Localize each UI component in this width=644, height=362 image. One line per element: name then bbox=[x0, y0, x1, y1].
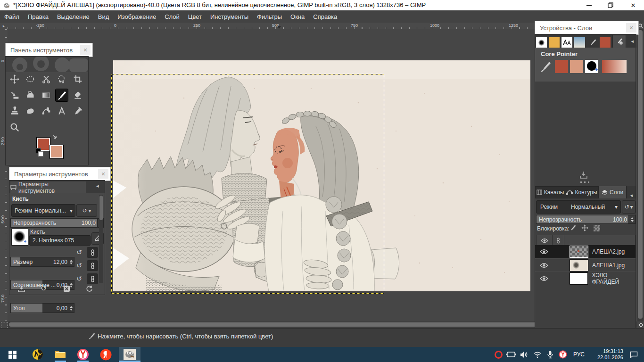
tool-text[interactable] bbox=[56, 105, 68, 117]
tab-tool-preset-icon[interactable] bbox=[587, 37, 598, 48]
layer-opacity-spinner[interactable] bbox=[628, 215, 636, 224]
tool-zoom[interactable] bbox=[8, 121, 21, 133]
ruler-corner-menu-button[interactable]: ▸ bbox=[0, 23, 8, 29]
tab-layers[interactable]: Слои bbox=[599, 186, 627, 198]
dock-splitter-handle[interactable] bbox=[580, 181, 591, 183]
dock-menu-icon[interactable]: ◂ bbox=[630, 192, 633, 198]
menu-image[interactable]: Изображение bbox=[113, 11, 160, 22]
action-center-icon[interactable] bbox=[623, 347, 644, 362]
tray-opera-icon[interactable] bbox=[493, 347, 504, 362]
tool-ellipse-select[interactable] bbox=[24, 73, 36, 85]
default-colors-icon[interactable] bbox=[36, 148, 43, 156]
device-tool-icon[interactable] bbox=[540, 61, 551, 72]
visibility-eye-icon[interactable] bbox=[540, 263, 548, 268]
background-color-swatch[interactable] bbox=[50, 145, 63, 158]
angle-reset-icon[interactable]: ↺ bbox=[76, 275, 82, 282]
restore-button[interactable] bbox=[603, 0, 619, 10]
tool-crop[interactable] bbox=[72, 73, 84, 85]
layer-thumbnail[interactable] bbox=[570, 272, 588, 285]
tab-channels[interactable]: Каналы bbox=[535, 186, 565, 198]
taskbar-m-app-icon[interactable] bbox=[28, 347, 47, 362]
size-slider[interactable]: Размер 12,00 bbox=[10, 257, 74, 267]
swap-colors-icon[interactable] bbox=[51, 135, 58, 141]
size-reset-icon[interactable]: ↺ bbox=[76, 248, 82, 256]
lock-paint-icon[interactable] bbox=[569, 224, 576, 231]
menu-view[interactable]: Вид bbox=[94, 11, 114, 22]
vertical-scrollbar[interactable] bbox=[637, 29, 644, 321]
menu-colors[interactable]: Цвет bbox=[184, 11, 206, 22]
tool-clone[interactable] bbox=[8, 105, 21, 117]
tool-options-scrollbar-thumb[interactable] bbox=[99, 196, 103, 220]
tray-yandex-icon[interactable] bbox=[556, 347, 570, 362]
tab-brushes-icon[interactable] bbox=[536, 37, 547, 48]
toolbox-window-titlebar[interactable]: Панель инструментов ✕ bbox=[6, 43, 92, 57]
quick-mask-toggle[interactable] bbox=[1, 322, 8, 329]
opacity-slider[interactable]: Непрозрачность 100,0 bbox=[10, 218, 98, 228]
tray-wifi-icon[interactable] bbox=[531, 347, 544, 362]
tool-paintbrush[interactable] bbox=[56, 89, 68, 101]
menu-help[interactable]: Справка bbox=[309, 11, 341, 22]
toolbox-close-icon[interactable]: ✕ bbox=[80, 45, 91, 55]
layer-row[interactable]: АЛЕША1.jpg bbox=[535, 258, 636, 272]
visibility-eye-icon[interactable] bbox=[540, 276, 548, 281]
taskbar-yandex-browser-icon[interactable] bbox=[74, 347, 92, 362]
tab-tool-options[interactable]: Параметры инструментов bbox=[10, 181, 86, 193]
paint-mode-dropdown[interactable]: Режим Нормальн... ▾ bbox=[11, 204, 75, 217]
aspect-reset-icon[interactable]: ↺ bbox=[76, 262, 82, 269]
layer-name[interactable]: АЛЕША2.jpg bbox=[592, 248, 625, 255]
clock[interactable]: 19:31:13 22.01.2026 bbox=[589, 348, 623, 361]
brush-thumbnail[interactable] bbox=[11, 229, 28, 246]
menu-select[interactable]: Выделение bbox=[53, 11, 94, 22]
tool-gradient[interactable] bbox=[40, 89, 52, 101]
dock-menu-icon[interactable]: ◂ bbox=[96, 183, 99, 189]
device-bg-color[interactable] bbox=[570, 60, 583, 73]
brush-name-box[interactable]: 2. Hardness 075 bbox=[29, 235, 91, 246]
tool-smudge[interactable] bbox=[24, 105, 36, 117]
menu-edit[interactable]: Правка bbox=[24, 11, 53, 22]
menu-tools[interactable]: Инструменты bbox=[206, 11, 253, 22]
tool-color-picker[interactable] bbox=[72, 105, 84, 117]
dock-save-icon[interactable] bbox=[580, 171, 587, 179]
angle-slider[interactable]: Угол 0,00 bbox=[10, 303, 74, 313]
tray-microphone-icon[interactable] bbox=[544, 347, 556, 362]
aspect-link-button[interactable] bbox=[87, 260, 98, 271]
tray-volume-icon[interactable] bbox=[518, 347, 531, 362]
layer-row-selected[interactable]: АЛЕША2.jpg bbox=[535, 245, 636, 258]
vertical-scrollbar-thumb[interactable] bbox=[638, 30, 643, 319]
minimize-button[interactable] bbox=[581, 0, 597, 10]
tab-paths[interactable]: Контуры bbox=[565, 186, 599, 198]
tool-options-scrollbar[interactable] bbox=[99, 195, 103, 283]
device-gradient-thumbnail[interactable] bbox=[602, 60, 627, 73]
menu-windows[interactable]: Окна bbox=[286, 11, 309, 22]
taskbar-explorer-icon[interactable] bbox=[51, 347, 70, 362]
tab-gradients-icon[interactable] bbox=[574, 37, 585, 48]
device-brush-thumbnail[interactable] bbox=[585, 60, 598, 73]
dock-window-titlebar[interactable]: Устройства - Слои ✕ bbox=[535, 21, 638, 34]
link-column-icon[interactable] bbox=[553, 235, 564, 246]
layer-thumbnail[interactable] bbox=[570, 246, 588, 258]
device-fg-color[interactable] bbox=[555, 60, 568, 73]
menu-file[interactable]: Файл bbox=[0, 11, 24, 22]
tool-eraser[interactable] bbox=[72, 89, 84, 101]
tray-battery-icon[interactable] bbox=[504, 347, 518, 362]
tool-bucket-fill[interactable] bbox=[24, 89, 36, 101]
layer-name[interactable]: ХЭЛО ФРАЙДЕЙ bbox=[592, 272, 636, 285]
dock-close-icon[interactable]: ✕ bbox=[626, 23, 636, 33]
layer-mode-reset-button[interactable]: ↺ ▾ bbox=[622, 200, 636, 214]
dock-menu-icon[interactable]: ◂ bbox=[631, 38, 634, 44]
angle-link-button[interactable] bbox=[87, 273, 98, 284]
tab-colors-icon[interactable] bbox=[600, 37, 611, 48]
tool-alignment[interactable] bbox=[8, 89, 21, 101]
tool-move[interactable] bbox=[8, 73, 21, 85]
layer-name[interactable]: АЛЕША1.jpg bbox=[592, 262, 625, 269]
tool-options-window-titlebar[interactable]: Параметры инструментов ✕ bbox=[9, 167, 110, 181]
tab-fonts-icon[interactable] bbox=[561, 37, 572, 48]
mode-reset-button[interactable]: ↺ ▾ bbox=[76, 204, 97, 217]
tool-options-close-icon[interactable]: ✕ bbox=[98, 169, 108, 179]
tool-fuzzy-select[interactable] bbox=[56, 73, 68, 85]
tool-scissors-select[interactable] bbox=[40, 73, 52, 85]
taskbar-gimp-icon[interactable] bbox=[119, 347, 140, 362]
taskbar-yandex-icon[interactable] bbox=[96, 347, 115, 362]
language-indicator[interactable]: РУС bbox=[573, 351, 585, 358]
visibility-eye-icon[interactable] bbox=[540, 249, 548, 255]
